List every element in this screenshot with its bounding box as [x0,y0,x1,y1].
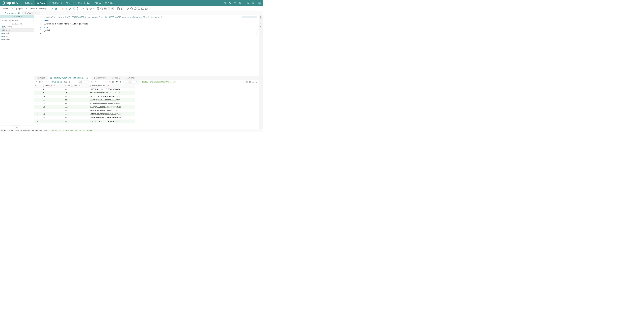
window-button[interactable] [145,7,148,10]
view-grid-icon[interactable]: ▦ [112,81,114,83]
col-admin-name[interactable]: ◇ Admin_name ↓ 📌 [64,84,89,88]
eye-icon[interactable]: 👁 [36,81,38,83]
delete-button[interactable] [120,7,124,10]
col-no[interactable]: No. [34,84,42,88]
nowrap-icon[interactable]: ↦ [104,81,107,83]
view-card-icon[interactable]: ▢ [109,81,111,83]
project-select[interactable]: Default [1,7,14,10]
check-button[interactable] [82,7,85,10]
nav-setting[interactable]: Setting [103,0,116,6]
table-row[interactable]: 512test2ad0234829205b9033196ba818f7a872b [34,102,135,105]
redo-button[interactable] [89,7,92,10]
favorite-button[interactable] [130,7,133,10]
result-tab-workflow[interactable]: ⇉Workflow [123,76,138,80]
result-grid[interactable]: No. ◇ Admin_id ↓ 📌 ◇ Admin_name ↓ 📌 ◇ Ad… [34,84,258,123]
save-csv-button[interactable]: 💾 [116,81,118,83]
table-row[interactable]: 1017asd7815696ecbf1c96e6894b779456d330e [34,120,135,123]
close-brackets-icon[interactable]: ⊠ [39,81,41,83]
wrap-icon[interactable]: ⏎ [101,81,104,83]
tree-item-teacher[interactable]: ▸▦teacher [0,38,34,41]
result-tab-history[interactable]: ↺History [109,76,123,80]
font-decrease-button[interactable]: A- [98,81,99,83]
rail-info[interactable]: ⓘInfo [260,16,262,20]
table-row[interactable]: 310admin21232f297a57a5a743894a0e4a801fc3 [34,94,135,98]
table-row[interactable]: 916ooe47ca7a09cf6781e29634502345930a7 [34,116,135,120]
folder-in-button[interactable] [138,7,140,10]
copy-button[interactable] [100,7,103,10]
nav-application[interactable]: Application [76,0,92,6]
nav-asset[interactable]: Asset [64,0,76,6]
table-row[interactable]: 815test6b04083e53e242626595e2b8ea327e525 [34,112,135,116]
text-size-icon[interactable] [247,2,249,4]
refresh-connection-button[interactable] [55,7,58,10]
bell-icon[interactable] [252,2,254,4]
nav-log[interactable]: Log [92,0,103,6]
sort-icon[interactable]: ↓ [52,85,53,86]
page-prev-button[interactable]: ‹ [73,81,73,83]
expand-icon[interactable]: ⇤ [48,81,50,83]
data-details-link[interactable]: Data Details [52,81,62,83]
add-button[interactable] [65,7,68,10]
result-tab-output[interactable]: ⓘOutput [34,76,48,80]
result-tab-results[interactable]: ▦Results zy-mysql/ownerTest/t_admin (1) … [48,76,91,80]
nav-query[interactable]: Query [35,0,47,6]
download-button[interactable] [93,7,96,10]
export-button[interactable] [108,7,110,10]
lock-icon[interactable] [229,2,231,4]
cloud-button[interactable] [134,7,137,10]
page-first-button[interactable]: ⇤ [71,81,72,83]
new-tab-button[interactable] [61,7,64,10]
list-icon[interactable]: ☰ [255,81,257,83]
tree-item-t_academy[interactable]: ▸▦t_academy [0,25,34,28]
nav-home[interactable]: Home [22,0,35,6]
object-filter-input[interactable] [12,19,34,22]
refresh-results-button[interactable]: ⟳ [91,81,93,83]
page-size-select[interactable]: 100 [78,80,88,83]
pin-icon[interactable]: 📌 [107,85,109,86]
col-admin-id[interactable]: ◇ Admin_id ↓ 📌 [42,84,64,88]
tree-item-t_admin[interactable]: ▸▦t_admin [0,28,34,32]
close-all-button[interactable] [148,7,152,10]
editor-tab-1[interactable]: R-W-M-ownerTest-[1] [0,11,22,15]
table-row[interactable]: 411test098f6bcd4621d373cade4e832627b4f6 [34,98,135,102]
layout-icon-3[interactable]: ▦ [249,81,251,83]
pin-icon[interactable]: 📌 [54,85,55,86]
ai-icon[interactable] [224,2,226,4]
layout-icon-1[interactable]: ▭ [242,81,245,83]
tools-button[interactable] [126,7,130,10]
result-tab-export[interactable]: ⇪Export/Async [91,76,109,80]
close-icon[interactable]: ⓧ [86,77,88,79]
print-results-button[interactable]: 🖶 [119,81,122,83]
fullscreen-icon[interactable] [234,2,236,4]
object-type-select[interactable]: Tables [1,19,10,22]
instance-select[interactable]: zy-mysql [14,7,28,10]
run-button[interactable] [68,7,72,10]
pin-icon[interactable]: 📌 [79,85,80,86]
tree-item-t_date[interactable]: ▸▦t_date [0,35,34,38]
print-button[interactable] [96,7,100,10]
save-button[interactable] [117,7,120,10]
sql-editor[interactable]: 123456 -- mode=Query - Async,id=17177422… [34,15,258,76]
layout-icon-2[interactable]: ▤ [246,81,248,83]
nav-my-project[interactable]: My Project [47,0,64,6]
import-button[interactable] [111,7,114,10]
search-icon[interactable] [239,2,241,4]
database-select[interactable]: ownerTest [zy-mysql] [29,7,54,10]
tree-item-t_book[interactable]: ▸▦t_book [0,32,34,35]
maximize-icon[interactable]: ⛶ [252,81,254,83]
user-avatar[interactable]: S [258,2,261,5]
table-row[interactable]: 18hwfc03223e4c2e74fdac0e5f7469073da26 [34,88,135,91]
result-search-input[interactable]: Current Se🔍 [124,80,138,83]
explain-button[interactable] [76,7,79,10]
rows-icon[interactable]: ≡ [42,81,44,83]
editor-tab-2[interactable]: R-W-sqldev-[2] [22,11,40,15]
table-row[interactable]: 613test38ad8757baa8564dc136c1e07507f4a98 [34,105,135,109]
grid-button[interactable] [104,7,107,10]
sort-icon[interactable]: ↓ [78,85,78,86]
code-area[interactable]: -- mode=Query - Async,id=17177422540552_… [43,16,258,75]
editor-minimap[interactable] [242,16,257,18]
rail-file[interactable]: ▤File [260,23,262,27]
folder-button[interactable] [141,7,144,10]
stop-button[interactable] [72,7,75,10]
table-row[interactable]: 29zsyeb25d21e8a4d7dc52947b61ab26a2694 [34,91,135,94]
